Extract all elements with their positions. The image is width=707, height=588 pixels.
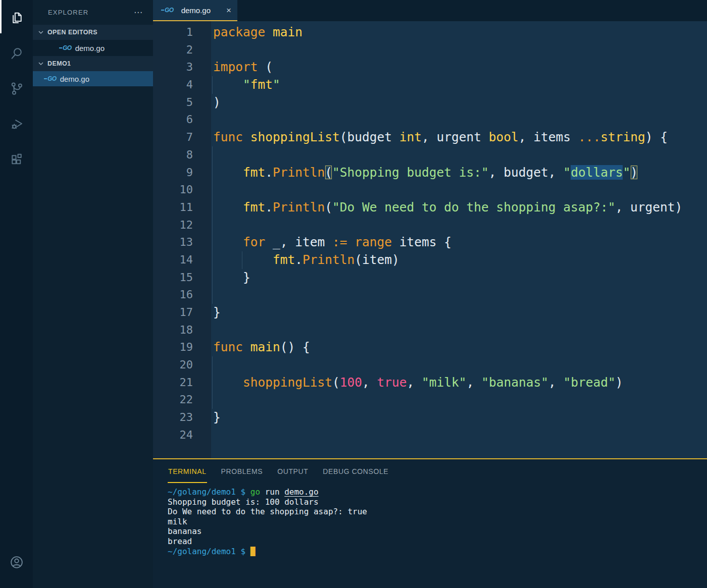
indent-guide (212, 251, 213, 269)
source-control-view-button[interactable] (0, 71, 33, 106)
code-token: " (563, 165, 571, 180)
code-token: main (273, 25, 302, 39)
terminal-cursor: █ (250, 547, 256, 556)
vscode-window: EXPLORER ⋯ OPEN EDITORS GO demo.go DEMO1… (0, 0, 707, 588)
code-line[interactable] (211, 111, 707, 129)
code-line[interactable]: package main (211, 24, 707, 41)
terminal-text: bread (168, 537, 192, 546)
code-line[interactable]: shoppingList(100, true, "milk", "bananas… (211, 374, 707, 392)
code-line[interactable] (211, 41, 707, 59)
editor-code[interactable]: package mainimport ( "fmt")func shopping… (211, 21, 707, 458)
line-number[interactable]: 11 (153, 199, 193, 217)
line-number[interactable]: 13 (153, 234, 193, 251)
code-token: (budget (340, 130, 399, 144)
line-number[interactable]: 1 (153, 24, 193, 41)
line-number[interactable]: 3 (153, 59, 193, 76)
code-line[interactable]: func main() { (211, 339, 707, 356)
code-token: } (213, 410, 221, 424)
run-and-debug-view-button[interactable] (0, 106, 33, 141)
folder-section-header-demo1[interactable]: DEMO1 (33, 56, 153, 71)
code-token: import (213, 60, 258, 74)
code-token: "Do We need to do the shopping asap?:" (332, 200, 616, 215)
code-line[interactable]: for _, item := range items { (211, 234, 707, 251)
code-line[interactable]: } (211, 304, 707, 322)
line-number[interactable]: 22 (153, 391, 193, 409)
line-number[interactable]: 17 (153, 304, 193, 322)
code-token: main (250, 340, 280, 354)
line-number[interactable]: 4 (153, 76, 193, 94)
line-number[interactable]: 24 (153, 426, 193, 444)
line-number[interactable]: 2 (153, 41, 193, 59)
code-token: package (213, 25, 265, 39)
tree-item-demo-go[interactable]: GO demo.go (33, 71, 153, 86)
code-token: Println (273, 200, 325, 215)
tab-demo-go[interactable]: GO demo.go × (153, 0, 237, 21)
line-number[interactable]: 5 (153, 94, 193, 112)
code-token (213, 165, 243, 180)
code-line[interactable]: fmt.Println("Do We need to do the shoppi… (211, 199, 707, 217)
panel-tab-problems[interactable]: PROBLEMS (221, 459, 264, 483)
extensions-view-button[interactable] (0, 141, 33, 177)
chevron-down-icon (37, 60, 45, 68)
explorer-view-button[interactable] (0, 0, 33, 35)
line-number[interactable]: 9 (153, 164, 193, 182)
terminal-text: go (250, 487, 260, 497)
code-line[interactable] (211, 426, 707, 444)
code-token: "Shopping budget is:" (332, 165, 489, 180)
code-editor[interactable]: 123456789101112131415161718192021222324 … (153, 21, 707, 458)
indent-guide (212, 286, 213, 304)
panel-tab-output[interactable]: OUTPUT (277, 459, 309, 483)
code-line[interactable] (211, 217, 707, 234)
debug-play-icon (9, 116, 24, 131)
terminal-output[interactable]: ~/golang/demo1 $ go run demo.goShopping … (153, 483, 707, 588)
code-token: , urgent) (616, 200, 683, 215)
code-line[interactable]: ) (211, 94, 707, 112)
code-line[interactable]: fmt.Println("Shopping budget is:", budge… (211, 164, 707, 182)
line-number[interactable]: 6 (153, 111, 193, 129)
code-token: " (623, 165, 630, 180)
code-token: " (273, 77, 280, 92)
views-and-more-actions-button[interactable]: ⋯ (134, 7, 143, 18)
code-line[interactable] (211, 391, 707, 409)
code-line[interactable] (211, 286, 707, 304)
line-number[interactable]: 10 (153, 181, 193, 199)
code-token: () { (280, 340, 310, 354)
line-number[interactable]: 19 (153, 339, 193, 356)
code-token: ) { (645, 130, 668, 144)
line-number[interactable]: 14 (153, 251, 193, 269)
line-number[interactable]: 18 (153, 322, 193, 339)
line-number[interactable]: 12 (153, 217, 193, 234)
code-line[interactable] (211, 181, 707, 199)
line-number[interactable]: 8 (153, 146, 193, 164)
code-line[interactable]: } (211, 269, 707, 287)
code-token: 100 (340, 375, 362, 390)
line-number[interactable]: 15 (153, 269, 193, 287)
open-editor-item-demo-go[interactable]: GO demo.go (33, 40, 153, 56)
code-line[interactable]: } (211, 409, 707, 426)
line-number[interactable]: 16 (153, 286, 193, 304)
account-button[interactable] (0, 545, 33, 580)
terminal-text: run (260, 487, 284, 497)
code-line[interactable] (211, 322, 707, 339)
editor-group: GO demo.go × 123456789101112131415161718… (153, 0, 707, 588)
line-number[interactable]: 7 (153, 129, 193, 146)
open-editors-section-header[interactable]: OPEN EDITORS (33, 25, 153, 40)
line-number[interactable]: 20 (153, 356, 193, 374)
code-line[interactable]: func shoppingList(budget int, urgent boo… (211, 129, 707, 146)
panel-tab-debug-console[interactable]: DEBUG CONSOLE (322, 459, 389, 483)
editor-tab-bar: GO demo.go × (153, 0, 707, 21)
search-view-button[interactable] (0, 35, 33, 71)
panel-tab-terminal[interactable]: TERMINAL (168, 459, 207, 483)
code-line[interactable]: import ( (211, 59, 707, 76)
code-token: string (600, 130, 645, 144)
indent-guide (212, 391, 213, 409)
line-number[interactable]: 21 (153, 374, 193, 392)
code-token: , (362, 375, 377, 390)
close-icon[interactable]: × (226, 6, 231, 15)
code-line[interactable] (211, 146, 707, 164)
code-line[interactable] (211, 356, 707, 374)
code-token: fmt (273, 252, 295, 267)
code-line[interactable]: fmt.Println(item) (211, 251, 707, 269)
line-number[interactable]: 23 (153, 409, 193, 426)
code-line[interactable]: "fmt" (211, 76, 707, 94)
